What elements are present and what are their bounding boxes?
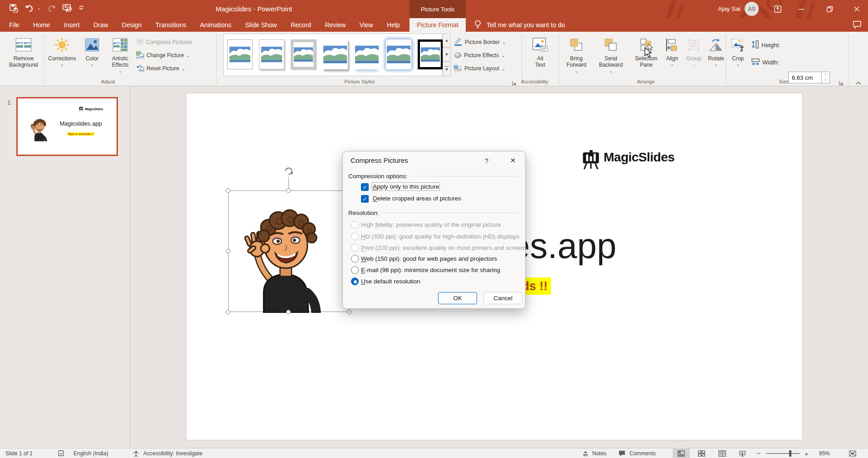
radio-label[interactable]: Web (150 ppi): good for web pages and pr…	[361, 255, 497, 262]
checkbox-label[interactable]: Apply only to this picture	[373, 183, 439, 190]
picture-style-shadow-rectangle[interactable]	[322, 39, 348, 69]
rotate-handle-icon[interactable]	[283, 165, 295, 177]
start-slideshow-icon[interactable]	[63, 4, 73, 13]
autosave-save-icon[interactable]	[9, 4, 18, 13]
zoom-slider-track[interactable]	[766, 453, 800, 454]
alt-text-button[interactable]: Alt Text	[524, 34, 556, 77]
zoom-in-button[interactable]: +	[805, 448, 809, 458]
reset-picture-button[interactable]: Reset Picture	[136, 63, 185, 73]
picture-style-soft-edge[interactable]	[386, 39, 411, 69]
tell-me-box[interactable]: Tell me what you want to do	[474, 18, 565, 32]
size-dialog-launcher-icon[interactable]	[839, 79, 845, 86]
restore-button[interactable]	[823, 4, 836, 15]
ribbon-display-options-icon[interactable]	[771, 4, 785, 15]
slide-thumbnail[interactable]: MagicSlides Magicslides.app Ppts in seco…	[16, 97, 118, 156]
slide-indicator[interactable]: Slide 1 of 1	[5, 448, 33, 458]
undo-icon[interactable]	[24, 4, 34, 12]
tab-insert[interactable]: Insert	[61, 18, 83, 32]
color-button[interactable]: Color	[80, 34, 104, 77]
ribbon: Remove Background Corrections Color Arti…	[0, 32, 868, 86]
rotate-button[interactable]: Rotate	[706, 34, 727, 77]
accessibility-status[interactable]: Accessibility: Investigate	[143, 448, 202, 458]
account-name[interactable]: Ajay Sai	[718, 5, 741, 12]
resize-handle-top-left[interactable]	[226, 188, 230, 193]
reading-view-button[interactable]	[713, 448, 731, 458]
picture-style-drop-shadow-white[interactable]	[259, 39, 284, 69]
group-divider	[383, 213, 520, 213]
resize-handle-bottom-right[interactable]	[347, 310, 351, 314]
corrections-button[interactable]: Corrections	[45, 34, 79, 77]
send-backward-button[interactable]: Send Backward	[594, 34, 628, 77]
change-picture-button[interactable]: Change Picture	[136, 50, 190, 60]
dialog-close-button[interactable]: ✕	[505, 155, 521, 166]
chevron-down-icon	[670, 62, 674, 66]
display-settings-icon[interactable]	[58, 448, 65, 458]
picture-style-black-frame[interactable]	[418, 39, 443, 69]
tab-file[interactable]: File	[6, 18, 22, 32]
slide-sorter-view-button[interactable]	[693, 448, 710, 458]
slide-logo[interactable]: MagicSlides	[582, 150, 674, 170]
close-button[interactable]	[850, 4, 863, 15]
tab-slide-show[interactable]: Slide Show	[243, 18, 280, 32]
compress-pictures-dialog[interactable]: Compress Pictures ? ✕ Compression option…	[342, 151, 526, 309]
radio-selected-icon[interactable]	[351, 278, 359, 285]
bring-forward-button[interactable]: Bring Forward	[561, 34, 592, 77]
radio-label[interactable]: E-mail (96 ppi): minimize document size …	[361, 267, 500, 273]
comments-button[interactable]: Comments	[629, 448, 656, 458]
artistic-effects-button[interactable]: Artistic Effects	[105, 34, 135, 77]
gallery-scroll-down-button[interactable]: ▼	[443, 48, 451, 61]
gallery-scroll-up-button[interactable]: ▲	[443, 34, 451, 47]
share-comment-icon[interactable]	[853, 20, 862, 30]
tab-design[interactable]: Design	[119, 18, 145, 32]
notes-button[interactable]: Notes	[592, 448, 606, 458]
remove-background-button[interactable]: Remove Background	[5, 34, 43, 77]
minimize-button[interactable]	[795, 4, 808, 15]
tab-picture-format[interactable]: Picture Format	[410, 18, 466, 32]
picture-style-simple-frame[interactable]	[227, 39, 253, 69]
undo-dropdown-chevron-icon[interactable]: ⌄	[37, 6, 41, 10]
tab-review[interactable]: Review	[322, 18, 348, 32]
tab-view[interactable]: View	[357, 18, 376, 32]
tab-animations[interactable]: Animations	[197, 18, 234, 32]
dialog-help-button[interactable]: ?	[479, 155, 494, 166]
resize-handle-middle-left[interactable]	[226, 249, 230, 253]
ok-button[interactable]: OK	[438, 292, 477, 304]
zoom-out-button[interactable]: −	[756, 448, 761, 458]
normal-view-button[interactable]	[673, 448, 690, 458]
slide-show-view-button[interactable]	[734, 448, 751, 458]
cancel-button[interactable]: Cancel	[483, 292, 522, 304]
thumbnail-tagline-wrap: Ppts in seconds !!	[45, 129, 117, 137]
checkbox-checked-icon[interactable]	[361, 183, 369, 191]
gallery-more-button[interactable]: ▼	[443, 62, 451, 76]
avatar[interactable]: AS	[745, 2, 759, 16]
resize-handle-bottom-left[interactable]	[226, 310, 230, 314]
radio-icon[interactable]	[351, 266, 359, 274]
fit-slide-to-window-icon[interactable]	[849, 448, 856, 458]
align-button[interactable]: Align	[662, 34, 682, 77]
shape-height-stepper[interactable]: ⌃⌄	[822, 72, 830, 83]
resolution-group-label: Resolution:	[348, 210, 379, 216]
tab-help[interactable]: Help	[384, 18, 403, 32]
radio-label[interactable]: Use default resolution	[361, 278, 420, 285]
tab-record[interactable]: Record	[288, 18, 314, 32]
selected-picture-bitmoji[interactable]	[236, 202, 332, 313]
customize-qat-icon[interactable]	[79, 5, 83, 11]
picture-style-reflected-rounded[interactable]	[354, 39, 380, 69]
zoom-percentage[interactable]: 85%	[819, 448, 830, 458]
picture-style-metal-frame[interactable]	[291, 39, 316, 69]
resize-handle-bottom-middle[interactable]	[286, 310, 291, 314]
checkbox-checked-icon[interactable]	[361, 195, 369, 203]
zoom-slider-thumb[interactable]	[789, 450, 791, 457]
picture-border-button[interactable]: Picture Border	[454, 37, 506, 47]
radio-icon[interactable]	[351, 255, 359, 263]
picture-effects-button[interactable]: Picture Effects	[454, 50, 505, 60]
tab-draw[interactable]: Draw	[91, 18, 111, 32]
tab-transitions[interactable]: Transitions	[153, 18, 189, 32]
decorative-stripe	[676, 4, 684, 18]
checkbox-label[interactable]: Delete cropped areas of pictures	[373, 195, 461, 202]
tab-home[interactable]: Home	[30, 18, 53, 32]
crop-button[interactable]: Crop	[727, 34, 749, 77]
resize-handle-top-middle[interactable]	[286, 188, 291, 193]
language-indicator[interactable]: English (India)	[73, 448, 108, 458]
picture-layout-button[interactable]: Picture Layout	[454, 63, 506, 73]
